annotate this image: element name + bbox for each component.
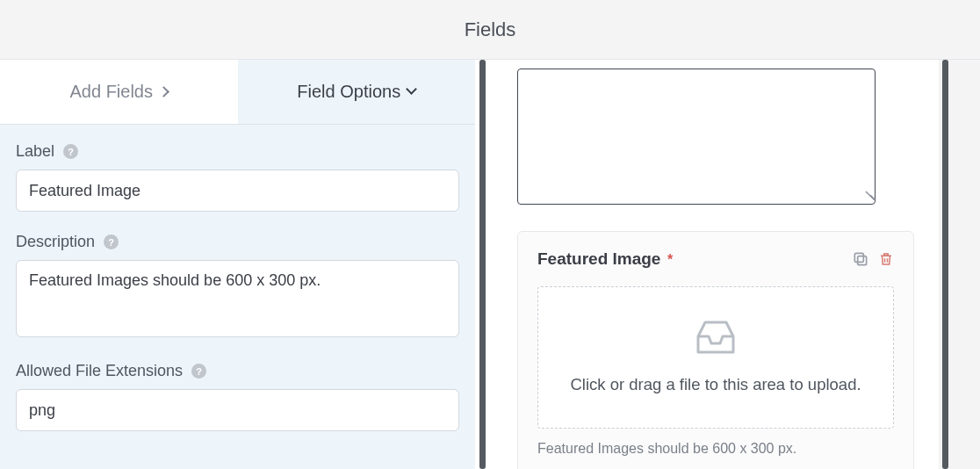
description-caption-wrap: Description ?: [16, 233, 459, 251]
help-icon[interactable]: ?: [104, 234, 119, 249]
left-panel: Add Fields Field Options Label ? Descrip…: [0, 60, 475, 469]
field-title: Featured Image: [537, 249, 660, 268]
tab-field-options-label: Field Options: [297, 82, 400, 102]
panel-divider: [475, 60, 489, 469]
svg-rect-0: [858, 256, 867, 265]
panel-tabs: Add Fields Field Options: [0, 60, 475, 125]
extensions-input[interactable]: [16, 389, 459, 431]
preview-textarea[interactable]: [517, 69, 876, 205]
card-header: Featured Image *: [537, 249, 894, 269]
chevron-right-icon: [158, 86, 169, 97]
card-action-icons: [852, 250, 894, 268]
page-header: Fields: [0, 0, 980, 60]
extensions-caption-wrap: Allowed File Extensions ?: [16, 362, 459, 380]
description-caption: Description: [16, 233, 95, 251]
tab-field-options[interactable]: Field Options: [238, 60, 476, 124]
preview-field-card[interactable]: Featured Image *: [517, 231, 914, 469]
chevron-down-icon: [406, 83, 417, 95]
help-icon[interactable]: ?: [63, 144, 78, 159]
row-description: Description ?: [16, 233, 459, 341]
right-wrap: Featured Image *: [489, 60, 948, 469]
editor-body: Add Fields Field Options Label ? Descrip…: [0, 60, 980, 469]
label-input[interactable]: [16, 170, 459, 212]
duplicate-icon[interactable]: [852, 250, 869, 268]
field-title-wrap: Featured Image *: [537, 249, 673, 269]
divider-bar: [479, 60, 486, 469]
field-options-form: Label ? Description ? Allowed File Exten…: [0, 125, 475, 431]
delete-icon[interactable]: [878, 250, 894, 268]
form-preview: Featured Image *: [489, 60, 939, 469]
tab-add-fields[interactable]: Add Fields: [0, 60, 238, 124]
upload-dropzone[interactable]: Click or drag a file to this area to upl…: [537, 286, 894, 429]
svg-rect-1: [854, 253, 863, 262]
row-extensions: Allowed File Extensions ?: [16, 362, 459, 431]
resize-grip-icon: [862, 191, 871, 200]
page-title: Fields: [465, 18, 516, 41]
extensions-caption: Allowed File Extensions: [16, 362, 183, 380]
description-input[interactable]: [16, 260, 459, 337]
label-caption: Label: [16, 142, 54, 161]
field-description: Featured Images should be 600 x 300 px.: [537, 441, 894, 457]
right-scrollbar[interactable]: [942, 60, 948, 469]
row-label: Label ?: [16, 142, 459, 212]
tab-add-fields-label: Add Fields: [70, 82, 154, 102]
dropzone-text: Click or drag a file to this area to upl…: [570, 375, 861, 394]
required-marker: *: [667, 252, 673, 267]
label-caption-wrap: Label ?: [16, 142, 459, 161]
inbox-icon: [693, 317, 739, 356]
help-icon[interactable]: ?: [191, 364, 206, 379]
